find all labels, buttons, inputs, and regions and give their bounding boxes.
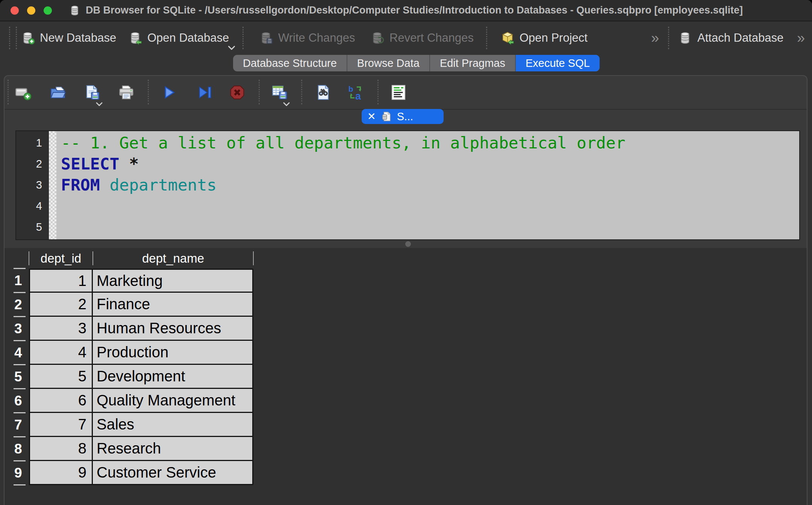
sql-document-icon xyxy=(381,111,392,122)
open-database-dropdown-icon[interactable] xyxy=(226,42,237,53)
column-header-dept_id[interactable]: dept_id xyxy=(29,248,93,269)
row-number[interactable]: 3 xyxy=(14,317,29,341)
toolbar-separator xyxy=(16,27,17,49)
zoom-window-button[interactable] xyxy=(44,6,52,15)
execute-all-button[interactable] xyxy=(161,84,178,101)
sql-log-button[interactable] xyxy=(390,84,407,101)
stop-button[interactable] xyxy=(229,84,246,101)
line-number: 3 xyxy=(16,174,49,195)
cell-dept-id[interactable]: 2 xyxy=(29,293,93,317)
open-project-icon xyxy=(501,31,515,45)
column-header-dept_name[interactable]: dept_name xyxy=(93,248,253,269)
cell-dept-id[interactable]: 1 xyxy=(29,269,93,293)
close-window-button[interactable] xyxy=(11,6,19,15)
toolbar-button-label: Open Database xyxy=(147,31,229,45)
cell-dept-name[interactable]: Marketing xyxy=(93,269,253,293)
sql-file-tab[interactable]: ✕ S... xyxy=(362,109,444,124)
open-database-icon xyxy=(129,31,143,45)
results-table: dept_iddept_name11Marketing22Finance33Hu… xyxy=(14,248,253,485)
sql-editor[interactable]: 12345 -- 1. Get a list of all department… xyxy=(15,130,800,240)
save-results-button[interactable] xyxy=(271,84,288,101)
cell-dept-name[interactable]: Development xyxy=(93,365,253,389)
toolbar-overflow-chevron-icon[interactable]: » xyxy=(651,30,659,46)
table-row: 33Human Resources xyxy=(14,317,253,341)
toolbar-button-attach-database[interactable]: Attach Database xyxy=(679,31,783,45)
toolbar-button-revert-changes[interactable]: Revert Changes xyxy=(371,31,474,45)
window-title: DB Browser for SQLite - /Users/russellgo… xyxy=(86,5,743,16)
row-number[interactable]: 4 xyxy=(14,341,29,365)
row-number[interactable]: 6 xyxy=(14,389,29,413)
cell-dept-name[interactable]: Quality Management xyxy=(93,389,253,413)
cell-dept-name[interactable]: Production xyxy=(93,341,253,365)
tab-browse-data[interactable]: Browse Data xyxy=(347,55,430,71)
table-row: 77Sales xyxy=(14,413,253,437)
close-tab-icon[interactable]: ✕ xyxy=(367,112,376,122)
toolbar-separator xyxy=(259,80,260,104)
row-number[interactable]: 7 xyxy=(14,413,29,437)
toolbar-button-new-database[interactable]: New Database xyxy=(21,31,116,45)
cell-dept-id[interactable]: 4 xyxy=(29,341,93,365)
cell-dept-id[interactable]: 3 xyxy=(29,317,93,341)
editor-code-area[interactable]: -- 1. Get a list of all departments, in … xyxy=(56,131,799,239)
cell-dept-id[interactable]: 8 xyxy=(29,437,93,461)
splitter[interactable] xyxy=(5,240,807,248)
cell-dept-name[interactable]: Customer Service xyxy=(93,461,253,485)
table-row: 99Customer Service xyxy=(14,461,253,485)
column-header-row-number xyxy=(14,248,29,269)
toolbar-button-label: Write Changes xyxy=(278,31,355,45)
cell-dept-id[interactable]: 9 xyxy=(29,461,93,485)
cell-dept-id[interactable]: 7 xyxy=(29,413,93,437)
execute-current-line-icon xyxy=(197,84,214,101)
cell-dept-id[interactable]: 5 xyxy=(29,365,93,389)
execute-current-line-button[interactable] xyxy=(197,84,214,101)
tab-execute-sql[interactable]: Execute SQL xyxy=(516,55,600,71)
sql-token-comment: -- 1. Get a list of all departments, in … xyxy=(61,133,626,152)
view-tabbar: Database StructureBrowse DataEdit Pragma… xyxy=(0,54,812,75)
find-button[interactable] xyxy=(314,84,332,101)
traffic-lights xyxy=(11,0,52,21)
tab-database-structure[interactable]: Database Structure xyxy=(233,55,347,71)
new-tab-button[interactable] xyxy=(14,84,32,101)
toolbar-button-label: New Database xyxy=(40,31,116,45)
sql-token-identifier: departments xyxy=(100,175,217,194)
toolbar-button-label: Attach Database xyxy=(697,31,783,45)
execute-all-icon xyxy=(161,84,178,101)
cell-dept-id[interactable]: 6 xyxy=(29,389,93,413)
find-icon xyxy=(314,84,332,101)
row-number[interactable]: 8 xyxy=(14,437,29,461)
editor-line xyxy=(61,216,799,237)
find-replace-icon: ba xyxy=(347,84,364,101)
app-window: DB Browser for SQLite - /Users/russellgo… xyxy=(0,0,812,505)
revert-changes-icon xyxy=(371,31,385,45)
toolbar-button-write-changes[interactable]: Write Changes xyxy=(259,31,355,45)
open-sql-file-button[interactable] xyxy=(49,84,67,101)
save-sql-file-button[interactable] xyxy=(84,84,101,101)
save-results-dropdown-icon[interactable] xyxy=(282,99,291,109)
table-row: 22Finance xyxy=(14,293,253,317)
toolbar-separator xyxy=(668,27,669,49)
cell-dept-name[interactable]: Finance xyxy=(93,293,253,317)
find-replace-button[interactable]: ba xyxy=(347,84,364,101)
row-number[interactable]: 5 xyxy=(14,365,29,389)
cell-dept-name[interactable]: Research xyxy=(93,437,253,461)
editor-fold-margin xyxy=(49,131,56,239)
main-toolbar: New DatabaseOpen DatabaseWrite ChangesRe… xyxy=(0,21,812,54)
row-number[interactable]: 1 xyxy=(14,269,29,293)
editor-line: -- 1. Get a list of all departments, in … xyxy=(61,132,799,153)
save-sql-file-dropdown-icon[interactable] xyxy=(94,99,104,109)
svg-text:a: a xyxy=(355,91,361,101)
toolbar-button-open-project[interactable]: Open Project xyxy=(501,31,588,45)
row-number[interactable]: 9 xyxy=(14,461,29,485)
minimize-window-button[interactable] xyxy=(27,6,35,15)
toolbar-separator xyxy=(486,27,487,49)
toolbar-separator xyxy=(8,80,9,104)
tab-edit-pragmas[interactable]: Edit Pragmas xyxy=(430,55,516,71)
toolbar-overflow-chevron-icon[interactable]: » xyxy=(797,30,805,46)
print-button[interactable] xyxy=(118,84,135,101)
toolbar-separator xyxy=(242,27,244,49)
cell-dept-name[interactable]: Sales xyxy=(93,413,253,437)
toolbar-button-open-database[interactable]: Open Database xyxy=(129,31,229,45)
cell-dept-name[interactable]: Human Resources xyxy=(93,317,253,341)
row-number[interactable]: 2 xyxy=(14,293,29,317)
line-number: 2 xyxy=(16,153,49,174)
